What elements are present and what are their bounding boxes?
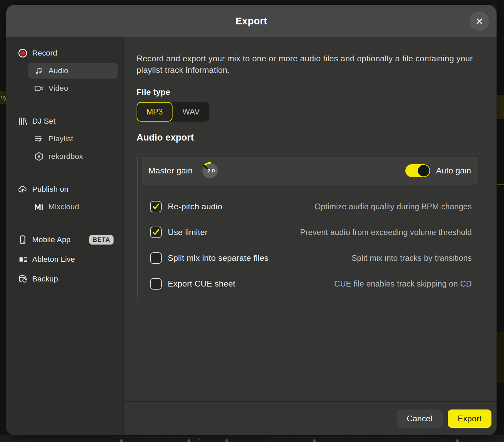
- master-gain-value: -2.0: [201, 168, 220, 174]
- export-dialog: Export Record: [6, 5, 497, 435]
- option-label: Split mix into separate files: [168, 253, 268, 263]
- background-dot: [225, 439, 228, 442]
- repitch-audio-checkbox[interactable]: [150, 201, 162, 212]
- sidebar-item-label: Ableton Live: [32, 255, 75, 264]
- sidebar-item-backup[interactable]: Backup: [12, 271, 118, 287]
- background-app: [497, 332, 504, 383]
- playlist-icon: [34, 134, 44, 144]
- sidebar-item-label: Record: [32, 49, 57, 58]
- ableton-icon: [18, 254, 28, 265]
- sidebar-item-record[interactable]: Record: [12, 45, 118, 61]
- background-partial-label: ny: [0, 91, 6, 104]
- background-dot: [120, 439, 123, 442]
- rekordbox-icon: [34, 151, 44, 162]
- dialog-title: Export: [6, 5, 497, 37]
- sidebar-item-label: Mixcloud: [48, 203, 79, 211]
- option-row-split-mix: Split mix into separate files Split mix …: [150, 250, 472, 266]
- cloud-upload-icon: [18, 184, 28, 194]
- backup-icon: [18, 274, 28, 284]
- option-description: CUE file enables track skipping on CD: [334, 279, 472, 289]
- option-description: Split mix into tracks by transitions: [351, 254, 472, 263]
- screen: ny Export Record: [0, 0, 504, 442]
- sidebar-item-label: Publish on: [32, 185, 68, 194]
- audio-export-options: Re-pitch audio Optimize audio quality du…: [138, 185, 482, 300]
- use-limiter-checkbox[interactable]: [150, 227, 162, 238]
- sidebar-item-audio[interactable]: Audio: [28, 63, 118, 79]
- master-gain-knob[interactable]: -2.0: [201, 161, 220, 180]
- background-toolbar-outline: [267, 438, 444, 442]
- mobile-phone-icon: [18, 235, 28, 245]
- background-app: [497, 184, 504, 185]
- sidebar-item-label: Video: [48, 84, 68, 93]
- cancel-button[interactable]: Cancel: [397, 409, 443, 428]
- checkmark-icon: [152, 228, 160, 237]
- sidebar-item-mobile-app[interactable]: Mobile App BETA: [12, 232, 118, 248]
- dialog-header: Export: [6, 5, 497, 37]
- file-type-label: File type: [137, 87, 482, 97]
- sidebar-item-publish-on[interactable]: Publish on: [12, 182, 118, 197]
- sidebar-item-label: Playlist: [48, 134, 73, 143]
- file-type-option-wav[interactable]: WAV: [173, 102, 209, 122]
- option-row-repitch: Re-pitch audio Optimize audio quality du…: [150, 199, 472, 214]
- music-note-icon: [34, 66, 44, 76]
- background-toolbar-outline: [112, 438, 200, 442]
- sidebar-item-dj-set[interactable]: DJ Set: [12, 113, 118, 129]
- master-gain-row: Master gain -2.0: [142, 157, 478, 185]
- background-dot: [456, 439, 459, 442]
- library-icon: [18, 116, 28, 126]
- sidebar: Record Audio Video: [6, 37, 124, 435]
- option-row-cue-sheet: Export CUE sheet CUE file enables track …: [150, 276, 472, 292]
- background-toolbar-outline: [177, 438, 177, 442]
- background-dot: [187, 439, 190, 442]
- sidebar-item-ableton-live[interactable]: Ableton Live: [12, 252, 118, 267]
- option-description: Optimize audio quality during BPM change…: [315, 202, 472, 211]
- export-button[interactable]: Export: [448, 409, 491, 428]
- background-dot: [313, 439, 316, 442]
- checkmark-icon: [152, 202, 160, 211]
- sidebar-item-rekordbox[interactable]: rekordbox: [28, 149, 118, 164]
- close-button[interactable]: [470, 12, 489, 31]
- background-app: [497, 95, 504, 119]
- audio-export-panel: Master gain -2.0: [137, 153, 482, 300]
- auto-gain-label: Auto gain: [436, 166, 471, 175]
- sidebar-item-label: DJ Set: [32, 117, 56, 126]
- option-label: Export CUE sheet: [168, 279, 235, 289]
- file-type-option-mp3[interactable]: MP3: [137, 102, 173, 122]
- video-camera-icon: [34, 83, 44, 93]
- sidebar-item-mixcloud[interactable]: Mixcloud: [28, 199, 118, 215]
- sidebar-item-label: Mobile App: [32, 235, 70, 244]
- sidebar-item-label: Backup: [32, 275, 58, 283]
- beta-badge: BETA: [89, 235, 114, 245]
- option-description: Prevent audio from exceeding volume thre…: [300, 228, 472, 237]
- mixcloud-icon: [34, 202, 44, 212]
- background-app: [0, 0, 6, 442]
- sidebar-item-playlist[interactable]: Playlist: [28, 131, 118, 147]
- master-gain-label: Master gain: [148, 166, 193, 175]
- auto-gain-toggle[interactable]: [405, 164, 430, 177]
- file-type-segmented-control: MP3 WAV: [137, 102, 209, 122]
- export-description: Record and export your mix to one or mor…: [137, 53, 482, 76]
- sidebar-item-label: rekordbox: [48, 152, 83, 161]
- dialog-footer: Cancel Export: [124, 401, 497, 435]
- record-icon: [18, 48, 28, 58]
- split-mix-checkbox[interactable]: [150, 252, 162, 264]
- background-app: [0, 0, 504, 5]
- option-row-limiter: Use limiter Prevent audio from exceeding…: [150, 225, 472, 240]
- audio-export-heading: Audio export: [137, 132, 482, 143]
- close-icon: [475, 17, 484, 26]
- toggle-knob: [418, 165, 429, 176]
- export-cue-sheet-checkbox[interactable]: [150, 278, 162, 290]
- option-label: Re-pitch audio: [168, 202, 222, 211]
- sidebar-item-video[interactable]: Video: [28, 81, 118, 96]
- sidebar-item-label: Audio: [48, 66, 68, 75]
- option-label: Use limiter: [168, 228, 208, 237]
- dialog-body: Record Audio Video: [6, 37, 497, 435]
- main-content: Record and export your mix to one or mor…: [124, 37, 497, 435]
